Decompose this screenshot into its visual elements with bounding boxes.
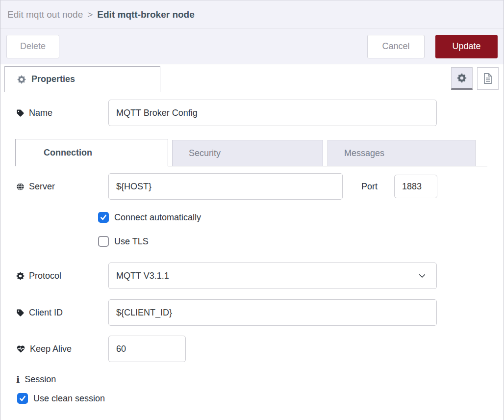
- tab-messages[interactable]: Messages: [328, 140, 476, 166]
- check-icon: [100, 213, 107, 221]
- keep-alive-label-text: Keep Alive: [30, 344, 72, 354]
- keep-alive-label: Keep Alive: [10, 344, 108, 354]
- client-id-label-text: Client ID: [29, 308, 63, 318]
- properties-view-button[interactable]: [451, 67, 473, 90]
- globe-icon: [16, 183, 25, 191]
- protocol-label: Protocol: [10, 271, 108, 281]
- gear-icon: [457, 73, 467, 83]
- protocol-label-text: Protocol: [29, 271, 61, 281]
- delete-button[interactable]: Delete: [6, 35, 59, 58]
- port-input[interactable]: [394, 175, 437, 198]
- editor-stack-header: Properties: [0, 64, 504, 92]
- tag-icon: [16, 109, 25, 117]
- name-input[interactable]: [108, 100, 437, 126]
- breadcrumb-current: Edit mqtt-broker node: [97, 9, 194, 20]
- name-row: Name: [10, 100, 494, 126]
- tab-security[interactable]: Security: [172, 140, 323, 166]
- session-section-heading: i Session: [16, 374, 494, 385]
- broker-config-tabs: Connection Security Messages: [15, 139, 487, 166]
- client-id-row: Client ID: [10, 299, 494, 326]
- protocol-row: Protocol MQTT V3.1.1: [10, 262, 494, 289]
- breadcrumb-parent[interactable]: Edit mqtt out node: [7, 9, 83, 20]
- gear-icon: [17, 75, 26, 84]
- clean-session-checkbox[interactable]: [17, 393, 28, 404]
- clean-session-label: Use clean session: [33, 394, 105, 404]
- doc-icon: [482, 73, 493, 84]
- dialog-header: Edit mqtt out node > Edit mqtt-broker no…: [0, 0, 504, 29]
- server-input[interactable]: [108, 173, 343, 200]
- session-label-text: Session: [25, 374, 56, 385]
- tab-messages-label: Messages: [344, 148, 384, 158]
- server-label: Server: [10, 182, 108, 192]
- client-id-input[interactable]: [108, 299, 437, 326]
- use-tls-checkbox[interactable]: [98, 236, 109, 247]
- tag-icon: [16, 309, 25, 317]
- breadcrumb-separator: >: [87, 9, 93, 20]
- tab-connection[interactable]: Connection: [15, 139, 168, 166]
- properties-tab-label: Properties: [31, 74, 75, 84]
- edit-node-dialog: Edit mqtt out node > Edit mqtt-broker no…: [0, 0, 504, 420]
- keep-alive-input[interactable]: [108, 336, 186, 362]
- dialog-button-bar: Delete Cancel Update: [0, 29, 504, 64]
- server-row: Server Port: [10, 173, 494, 200]
- use-tls-label: Use TLS: [114, 236, 149, 247]
- protocol-selected-value: MQTT V3.1.1: [116, 271, 169, 281]
- clean-session-row: Use clean session: [17, 393, 494, 404]
- name-label: Name: [10, 108, 108, 118]
- port-label: Port: [361, 182, 378, 192]
- gear-icon: [16, 272, 25, 280]
- connect-auto-checkbox[interactable]: [98, 212, 109, 223]
- tab-security-label: Security: [189, 148, 221, 158]
- protocol-select[interactable]: MQTT V3.1.1: [108, 262, 437, 289]
- use-tls-row: Use TLS: [98, 236, 494, 247]
- tab-properties[interactable]: Properties: [4, 66, 160, 92]
- server-label-text: Server: [29, 182, 55, 192]
- check-icon: [19, 394, 26, 402]
- chevron-down-icon: [418, 271, 427, 280]
- description-view-button[interactable]: [477, 67, 499, 90]
- name-label-text: Name: [29, 108, 52, 118]
- cancel-button[interactable]: Cancel: [367, 35, 425, 58]
- update-button[interactable]: Update: [435, 35, 498, 58]
- tab-connection-label: Connection: [44, 148, 92, 158]
- info-icon: i: [16, 374, 20, 385]
- node-config-form: Name Connection Security Messages: [0, 100, 504, 404]
- stack-toolbar: [451, 67, 499, 90]
- client-id-label: Client ID: [10, 308, 108, 318]
- connect-auto-label: Connect automatically: [114, 212, 201, 223]
- connect-auto-row: Connect automatically: [98, 212, 494, 223]
- keep-alive-row: Keep Alive: [10, 336, 494, 362]
- heartbeat-icon: [16, 345, 25, 353]
